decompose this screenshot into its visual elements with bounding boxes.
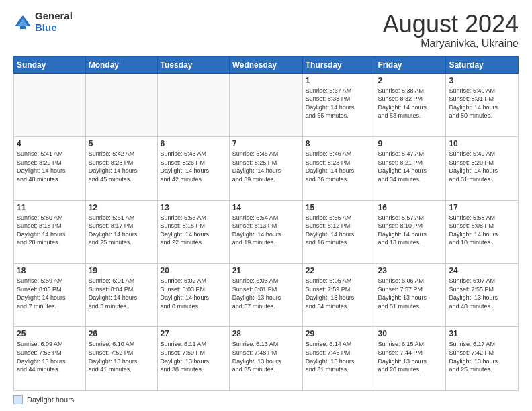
logo-blue-text: Blue	[35, 22, 73, 34]
legend: Daylight hours	[13, 395, 519, 404]
calendar-week-row: 18Sunrise: 5:59 AM Sunset: 8:06 PM Dayli…	[14, 264, 519, 327]
day-number: 26	[89, 329, 154, 338]
day-detail: Sunrise: 6:10 AM Sunset: 7:52 PM Dayligh…	[89, 340, 154, 373]
title-block: August 2024 Maryanivka, Ukraine	[383, 11, 519, 50]
day-number: 13	[161, 203, 226, 212]
day-number: 29	[306, 329, 372, 338]
calendar-day-cell: 7Sunrise: 5:45 AM Sunset: 8:25 PM Daylig…	[229, 137, 302, 200]
day-detail: Sunrise: 6:03 AM Sunset: 8:01 PM Dayligh…	[232, 277, 300, 310]
calendar-day-header: Friday	[375, 56, 446, 73]
day-number: 11	[17, 203, 83, 212]
month-year: August 2024	[383, 11, 519, 38]
logo-icon	[13, 13, 32, 32]
calendar-day-cell	[157, 73, 229, 136]
calendar-day-header: Wednesday	[229, 56, 302, 73]
calendar-day-cell: 3Sunrise: 5:40 AM Sunset: 8:31 PM Daylig…	[446, 73, 519, 136]
calendar: SundayMondayTuesdayWednesdayThursdayFrid…	[13, 56, 519, 391]
day-detail: Sunrise: 6:01 AM Sunset: 8:04 PM Dayligh…	[89, 277, 154, 310]
day-detail: Sunrise: 5:40 AM Sunset: 8:31 PM Dayligh…	[449, 87, 515, 120]
logo: General Blue	[13, 11, 73, 33]
calendar-day-cell: 24Sunrise: 6:07 AM Sunset: 7:55 PM Dayli…	[446, 264, 519, 327]
calendar-day-cell: 1Sunrise: 5:37 AM Sunset: 8:33 PM Daylig…	[302, 73, 375, 136]
day-detail: Sunrise: 5:46 AM Sunset: 8:23 PM Dayligh…	[306, 150, 372, 183]
calendar-day-cell: 19Sunrise: 6:01 AM Sunset: 8:04 PM Dayli…	[85, 264, 157, 327]
calendar-day-header: Saturday	[446, 56, 519, 73]
day-detail: Sunrise: 5:49 AM Sunset: 8:20 PM Dayligh…	[449, 150, 515, 183]
calendar-day-cell: 29Sunrise: 6:14 AM Sunset: 7:46 PM Dayli…	[302, 327, 375, 391]
header: General Blue August 2024 Maryanivka, Ukr…	[13, 11, 519, 50]
calendar-day-header: Monday	[85, 56, 157, 73]
calendar-day-cell: 10Sunrise: 5:49 AM Sunset: 8:20 PM Dayli…	[446, 137, 519, 200]
calendar-week-row: 4Sunrise: 5:41 AM Sunset: 8:29 PM Daylig…	[14, 137, 519, 200]
day-detail: Sunrise: 6:11 AM Sunset: 7:50 PM Dayligh…	[161, 340, 226, 373]
day-number: 25	[17, 329, 83, 338]
day-number: 2	[378, 76, 443, 85]
calendar-day-cell: 12Sunrise: 5:51 AM Sunset: 8:17 PM Dayli…	[85, 200, 157, 263]
day-detail: Sunrise: 6:09 AM Sunset: 7:53 PM Dayligh…	[17, 340, 83, 373]
calendar-day-cell: 30Sunrise: 6:15 AM Sunset: 7:44 PM Dayli…	[375, 327, 446, 391]
day-number: 31	[449, 329, 515, 338]
day-detail: Sunrise: 5:51 AM Sunset: 8:17 PM Dayligh…	[89, 214, 154, 247]
legend-box	[13, 395, 23, 404]
day-detail: Sunrise: 5:38 AM Sunset: 8:32 PM Dayligh…	[378, 87, 443, 120]
calendar-week-row: 11Sunrise: 5:50 AM Sunset: 8:18 PM Dayli…	[14, 200, 519, 263]
day-detail: Sunrise: 6:05 AM Sunset: 7:59 PM Dayligh…	[306, 277, 372, 310]
day-number: 18	[17, 266, 83, 275]
day-detail: Sunrise: 5:45 AM Sunset: 8:25 PM Dayligh…	[232, 150, 300, 183]
day-number: 15	[306, 203, 372, 212]
day-number: 17	[449, 203, 515, 212]
logo-text: General Blue	[35, 11, 73, 33]
calendar-day-cell: 6Sunrise: 5:43 AM Sunset: 8:26 PM Daylig…	[157, 137, 229, 200]
day-number: 24	[449, 266, 515, 275]
day-detail: Sunrise: 5:54 AM Sunset: 8:13 PM Dayligh…	[232, 214, 300, 247]
calendar-day-header: Sunday	[14, 56, 86, 73]
day-detail: Sunrise: 5:59 AM Sunset: 8:06 PM Dayligh…	[17, 277, 83, 310]
calendar-day-cell: 14Sunrise: 5:54 AM Sunset: 8:13 PM Dayli…	[229, 200, 302, 263]
day-number: 19	[89, 266, 154, 275]
day-number: 21	[232, 266, 300, 275]
day-number: 14	[232, 203, 300, 212]
day-number: 20	[161, 266, 226, 275]
day-number: 3	[449, 76, 515, 85]
day-number: 1	[306, 76, 372, 85]
calendar-day-cell: 17Sunrise: 5:58 AM Sunset: 8:08 PM Dayli…	[446, 200, 519, 263]
page: General Blue August 2024 Maryanivka, Ukr…	[0, 0, 532, 411]
logo-general-text: General	[35, 11, 73, 22]
day-number: 30	[378, 329, 443, 338]
calendar-week-row: 1Sunrise: 5:37 AM Sunset: 8:33 PM Daylig…	[14, 73, 519, 136]
day-detail: Sunrise: 5:53 AM Sunset: 8:15 PM Dayligh…	[161, 214, 226, 247]
day-detail: Sunrise: 5:58 AM Sunset: 8:08 PM Dayligh…	[449, 214, 515, 247]
day-number: 5	[89, 139, 154, 148]
calendar-day-cell: 11Sunrise: 5:50 AM Sunset: 8:18 PM Dayli…	[14, 200, 86, 263]
legend-label: Daylight hours	[27, 396, 74, 404]
day-number: 9	[378, 139, 443, 148]
day-number: 4	[17, 139, 83, 148]
calendar-day-cell: 5Sunrise: 5:42 AM Sunset: 8:28 PM Daylig…	[85, 137, 157, 200]
day-detail: Sunrise: 6:06 AM Sunset: 7:57 PM Dayligh…	[378, 277, 443, 310]
calendar-day-header: Thursday	[302, 56, 375, 73]
calendar-day-cell: 31Sunrise: 6:17 AM Sunset: 7:42 PM Dayli…	[446, 327, 519, 391]
day-number: 22	[306, 266, 372, 275]
day-detail: Sunrise: 6:14 AM Sunset: 7:46 PM Dayligh…	[306, 340, 372, 373]
calendar-day-cell: 9Sunrise: 5:47 AM Sunset: 8:21 PM Daylig…	[375, 137, 446, 200]
day-detail: Sunrise: 6:13 AM Sunset: 7:48 PM Dayligh…	[232, 340, 300, 373]
calendar-day-cell: 2Sunrise: 5:38 AM Sunset: 8:32 PM Daylig…	[375, 73, 446, 136]
day-number: 12	[89, 203, 154, 212]
calendar-day-cell: 23Sunrise: 6:06 AM Sunset: 7:57 PM Dayli…	[375, 264, 446, 327]
calendar-week-row: 25Sunrise: 6:09 AM Sunset: 7:53 PM Dayli…	[14, 327, 519, 391]
calendar-day-cell: 8Sunrise: 5:46 AM Sunset: 8:23 PM Daylig…	[302, 137, 375, 200]
day-detail: Sunrise: 6:15 AM Sunset: 7:44 PM Dayligh…	[378, 340, 443, 373]
day-detail: Sunrise: 5:43 AM Sunset: 8:26 PM Dayligh…	[161, 150, 226, 183]
day-detail: Sunrise: 5:50 AM Sunset: 8:18 PM Dayligh…	[17, 214, 83, 247]
svg-rect-2	[20, 26, 26, 29]
calendar-day-cell: 26Sunrise: 6:10 AM Sunset: 7:52 PM Dayli…	[85, 327, 157, 391]
location: Maryanivka, Ukraine	[383, 38, 519, 50]
day-number: 10	[449, 139, 515, 148]
day-detail: Sunrise: 5:55 AM Sunset: 8:12 PM Dayligh…	[306, 214, 372, 247]
calendar-day-cell: 15Sunrise: 5:55 AM Sunset: 8:12 PM Dayli…	[302, 200, 375, 263]
calendar-day-cell: 18Sunrise: 5:59 AM Sunset: 8:06 PM Dayli…	[14, 264, 86, 327]
calendar-day-cell: 22Sunrise: 6:05 AM Sunset: 7:59 PM Dayli…	[302, 264, 375, 327]
day-number: 7	[232, 139, 300, 148]
calendar-day-cell: 13Sunrise: 5:53 AM Sunset: 8:15 PM Dayli…	[157, 200, 229, 263]
day-detail: Sunrise: 5:37 AM Sunset: 8:33 PM Dayligh…	[306, 87, 372, 120]
